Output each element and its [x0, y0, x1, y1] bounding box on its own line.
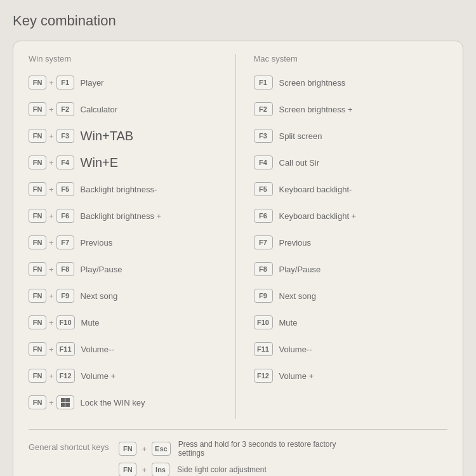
- win-row: FN+F9Next song: [29, 286, 223, 306]
- key-description: Win+TAB: [81, 129, 134, 143]
- footer-fn-key: FN: [119, 442, 136, 456]
- win-row: FN+F7Previous: [29, 232, 223, 253]
- mac-f-key: F2: [254, 102, 273, 116]
- footer-fn-key: FN: [119, 463, 136, 476]
- footer-description: Side light color adjustment: [177, 465, 267, 474]
- plus-sign: +: [49, 238, 54, 248]
- fn-key: FN: [29, 76, 46, 89]
- f-key: F8: [56, 262, 74, 276]
- mac-row: F8Play/Pause: [254, 259, 448, 279]
- mac-key-description: Previous: [279, 238, 312, 248]
- f-key: F1: [56, 76, 74, 89]
- f-key: F4: [56, 155, 74, 169]
- mac-row: F2Screen brightness +: [254, 99, 448, 119]
- win-row: FN+F12Volume +: [29, 366, 223, 386]
- mac-f-key: F11: [254, 342, 273, 356]
- fn-key: FN: [29, 102, 46, 116]
- key-description: Play/Pause: [81, 265, 122, 274]
- mac-rows: F1Screen brightnessF2Screen brightness +…: [254, 72, 448, 386]
- fn-key: FN: [29, 342, 46, 356]
- mac-f-key: F8: [254, 262, 273, 276]
- footer-shortcut-row: FN+InsSide light color adjustment: [119, 463, 343, 476]
- win-row: FN+F2Calculator: [29, 99, 223, 119]
- win-row: FN+F3Win+TAB: [29, 126, 223, 146]
- fn-key: FN: [29, 155, 46, 169]
- win-row: FN+F1Player: [29, 72, 223, 93]
- mac-f-key: F10: [254, 315, 273, 329]
- fn-key: FN: [29, 289, 46, 303]
- fn-key: FN: [29, 262, 46, 276]
- mac-f-key: F9: [254, 289, 273, 303]
- mac-row: F4Call out Sir: [254, 152, 448, 173]
- key-description: Previous: [81, 238, 113, 248]
- key-description: Calculator: [81, 105, 118, 114]
- mac-key-description: Call out Sir: [279, 158, 320, 168]
- columns-container: Win system FN+F1PlayerFN+F2CalculatorFN+…: [29, 54, 447, 419]
- key-description: Lock the WIN key: [81, 398, 145, 407]
- mac-f-key: F6: [254, 209, 273, 223]
- mac-key-description: Play/Pause: [279, 265, 321, 274]
- mac-row: F10Mute: [254, 312, 448, 333]
- footer-description: Press and hold for 3 seconds to restore …: [178, 440, 343, 458]
- footer-plus-sign: +: [142, 444, 147, 454]
- page-title: Key combination: [13, 13, 463, 29]
- mac-key-description: Mute: [279, 318, 298, 327]
- win-row: FN+Lock the WIN key: [29, 392, 223, 413]
- mac-column-header: Mac system: [254, 54, 448, 63]
- fn-key: FN: [29, 369, 46, 383]
- plus-sign: +: [49, 185, 54, 194]
- footer-plus-sign: +: [142, 465, 147, 475]
- f-key: F6: [56, 209, 74, 223]
- win-row: FN+F8Play/Pause: [29, 259, 223, 279]
- fn-key: FN: [29, 209, 46, 223]
- footer-label: General shortcut keys: [29, 442, 109, 452]
- footer-rows: FN+EscPress and hold for 3 seconds to re…: [119, 440, 343, 476]
- plus-sign: +: [49, 211, 54, 221]
- fn-key: FN: [29, 129, 46, 143]
- plus-sign: +: [49, 105, 54, 114]
- mac-row: F3Split screen: [254, 126, 448, 146]
- mac-f-key: F12: [254, 369, 273, 383]
- mac-f-key: F1: [254, 76, 273, 89]
- footer-shortcut-row: FN+EscPress and hold for 3 seconds to re…: [119, 440, 343, 458]
- fn-key: FN: [29, 315, 46, 329]
- fn-key: FN: [29, 235, 46, 249]
- divider: [29, 429, 447, 430]
- mac-f-key: F4: [254, 155, 273, 169]
- plus-sign: +: [49, 371, 54, 381]
- key-description: Win+E: [81, 155, 118, 170]
- footer-f-key: Ins: [152, 463, 169, 476]
- f-key: F5: [56, 182, 74, 196]
- key-description: Backlight brightness +: [81, 211, 162, 221]
- f-key: F9: [56, 289, 74, 303]
- mac-row: F6Keyboard backlight +: [254, 206, 448, 226]
- f-key: F10: [56, 315, 75, 329]
- mac-key-description: Screen brightness: [279, 78, 346, 88]
- plus-sign: +: [49, 131, 54, 141]
- key-description: Player: [81, 78, 104, 88]
- f-key: F12: [56, 369, 75, 383]
- f-key: F7: [56, 235, 74, 249]
- key-description: Backlight brightness-: [81, 185, 157, 194]
- plus-sign: +: [49, 398, 54, 407]
- mac-key-description: Volume +: [279, 371, 314, 381]
- key-description: Mute: [81, 318, 100, 327]
- mac-row: F11Volume--: [254, 339, 448, 359]
- win-rows: FN+F1PlayerFN+F2CalculatorFN+F3Win+TABFN…: [29, 72, 223, 413]
- f-key: F2: [56, 102, 74, 116]
- mac-key-description: Keyboard backlight +: [279, 211, 357, 221]
- mac-row: F7Previous: [254, 232, 448, 253]
- win-row: FN+F10Mute: [29, 312, 223, 333]
- win-column: Win system FN+F1PlayerFN+F2CalculatorFN+…: [29, 54, 236, 419]
- plus-sign: +: [49, 345, 54, 354]
- mac-f-key: F7: [254, 235, 273, 249]
- win-row: FN+F6Backlight brightness +: [29, 206, 223, 226]
- win-column-header: Win system: [29, 54, 223, 63]
- plus-sign: +: [49, 291, 54, 301]
- plus-sign: +: [49, 78, 54, 88]
- fn-key: FN: [29, 395, 46, 409]
- footer: General shortcut keys FN+EscPress and ho…: [29, 440, 447, 476]
- plus-sign: +: [49, 318, 54, 327]
- mac-row: F1Screen brightness: [254, 72, 448, 93]
- mac-key-description: Volume--: [279, 345, 312, 354]
